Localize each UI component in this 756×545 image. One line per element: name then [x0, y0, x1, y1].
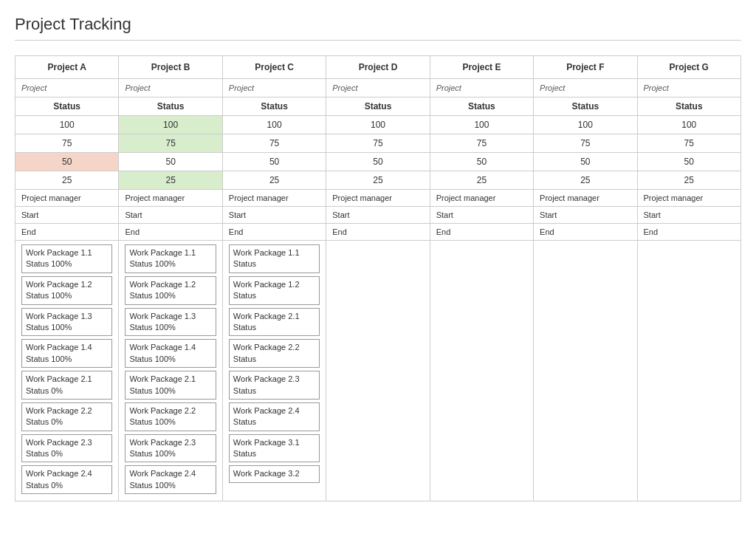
status-75-c: 75 — [222, 134, 326, 153]
wp-b-1-2: Work Package 1.2Status 100% — [125, 276, 216, 305]
pm-g: Project manager — [637, 190, 740, 207]
status-100-a: 100 — [16, 116, 119, 134]
status-hdr-e: Status — [430, 97, 533, 116]
pm-c: Project manager — [222, 190, 326, 207]
status-hdr-f: Status — [534, 97, 637, 116]
start-b: Start — [119, 207, 222, 224]
wp-c-3-1: Work Package 3.1Status — [229, 434, 320, 463]
start-row: Start Start Start Start Start Start Star… — [16, 207, 741, 224]
wp-b-1-4: Work Package 1.4Status 100% — [125, 339, 216, 368]
wp-cell-c: Work Package 1.1Status Work Package 1.2S… — [222, 241, 326, 501]
wp-b-1-1: Work Package 1.1Status 100% — [125, 244, 216, 273]
start-d: Start — [326, 207, 430, 224]
col-header-b: Project B — [119, 56, 222, 79]
project-label-d: Project — [326, 79, 430, 97]
status-25-row: 25 25 25 25 25 25 25 — [16, 171, 741, 190]
col-header-d: Project D — [326, 56, 430, 79]
pm-d: Project manager — [326, 190, 430, 207]
status-75-a: 75 — [16, 134, 119, 153]
project-label-row: Project Project Project Project Project … — [16, 79, 741, 97]
wp-c-group1: Work Package 1.1Status Work Package 1.2S… — [229, 244, 320, 305]
project-manager-row: Project manager Project manager Project … — [16, 190, 741, 207]
end-c: End — [222, 224, 326, 241]
wp-a-1-3: Work Package 1.3Status 100% — [21, 308, 112, 337]
pm-b: Project manager — [119, 190, 222, 207]
project-tracking-table: Project A Project B Project C Project D … — [15, 55, 741, 501]
wp-c-1-1: Work Package 1.1Status — [229, 244, 320, 273]
wp-cell-f — [534, 241, 637, 501]
status-25-g: 25 — [637, 171, 740, 190]
wp-cell-e — [430, 241, 533, 501]
status-100-e: 100 — [430, 116, 533, 134]
wp-a-1-1: Work Package 1.1Status 100% — [21, 244, 112, 273]
start-g: Start — [637, 207, 740, 224]
wp-c-2-4: Work Package 2.4Status — [229, 402, 320, 431]
status-25-f: 25 — [534, 171, 637, 190]
col-header-g: Project G — [637, 56, 740, 79]
wp-cell-a: Work Package 1.1Status 100% Work Package… — [16, 241, 119, 501]
wp-a-2-3: Work Package 2.3Status 0% — [21, 434, 112, 463]
status-hdr-b: Status — [119, 97, 222, 116]
wp-c-2-3: Work Package 2.3Status — [229, 371, 320, 400]
end-g: End — [637, 224, 740, 241]
start-e: Start — [430, 207, 533, 224]
status-50-f: 50 — [534, 153, 637, 171]
end-b: End — [119, 224, 222, 241]
col-header-f: Project F — [534, 56, 637, 79]
status-25-e: 25 — [430, 171, 533, 190]
wp-b-2-4: Work Package 2.4Status 100% — [125, 465, 216, 494]
status-75-e: 75 — [430, 134, 533, 153]
status-75-g: 75 — [637, 134, 740, 153]
status-hdr-c: Status — [222, 97, 326, 116]
status-header-row: Status Status Status Status Status Statu… — [16, 97, 741, 116]
end-d: End — [326, 224, 430, 241]
start-c: Start — [222, 207, 326, 224]
status-75-row: 75 75 75 75 75 75 75 — [16, 134, 741, 153]
page-title: Project Tracking — [15, 15, 741, 41]
wp-c-2-1: Work Package 2.1Status — [229, 308, 320, 337]
status-50-row: 50 50 50 50 50 50 50 — [16, 153, 741, 171]
wp-a-2-4: Work Package 2.4Status 0% — [21, 465, 112, 494]
status-hdr-d: Status — [326, 97, 430, 116]
col-header-e: Project E — [430, 56, 533, 79]
wp-a-2-2: Work Package 2.2Status 0% — [21, 402, 112, 431]
wp-c-group2: Work Package 2.1Status Work Package 2.2S… — [229, 308, 320, 431]
wp-a-group1: Work Package 1.1Status 100% Work Package… — [21, 244, 112, 368]
status-50-a: 50 — [16, 153, 119, 171]
project-label-b: Project — [119, 79, 222, 97]
wp-cell-g — [637, 241, 740, 501]
end-f: End — [534, 224, 637, 241]
wp-a-group2: Work Package 2.1Status 0% Work Package 2… — [21, 371, 112, 494]
wp-cell-b: Work Package 1.1Status 100% Work Package… — [119, 241, 222, 501]
status-50-c: 50 — [222, 153, 326, 171]
status-100-c: 100 — [222, 116, 326, 134]
status-100-f: 100 — [534, 116, 637, 134]
wp-c-1-2: Work Package 1.2Status — [229, 276, 320, 305]
status-75-b: 75 — [119, 134, 222, 153]
status-25-a: 25 — [16, 171, 119, 190]
work-packages-row: Work Package 1.1Status 100% Work Package… — [16, 241, 741, 501]
pm-e: Project manager — [430, 190, 533, 207]
end-e: End — [430, 224, 533, 241]
pm-f: Project manager — [534, 190, 637, 207]
status-50-d: 50 — [326, 153, 430, 171]
project-label-a: Project — [16, 79, 119, 97]
wp-b-2-3: Work Package 2.3Status 100% — [125, 434, 216, 463]
status-50-e: 50 — [430, 153, 533, 171]
wp-b-1-3: Work Package 1.3Status 100% — [125, 308, 216, 337]
end-a: End — [16, 224, 119, 241]
col-header-a: Project A — [16, 56, 119, 79]
col-header-c: Project C — [222, 56, 326, 79]
wp-c-2-2: Work Package 2.2Status — [229, 339, 320, 368]
wp-a-2-1: Work Package 2.1Status 0% — [21, 371, 112, 400]
status-100-g: 100 — [637, 116, 740, 134]
wp-c-group3: Work Package 3.1Status Work Package 3.2 — [229, 434, 320, 483]
status-100-b: 100 — [119, 116, 222, 134]
status-hdr-a: Status — [16, 97, 119, 116]
wp-b-group1: Work Package 1.1Status 100% Work Package… — [125, 244, 216, 368]
wp-c-3-2: Work Package 3.2 — [229, 465, 320, 482]
status-25-d: 25 — [326, 171, 430, 190]
wp-b-2-2: Work Package 2.2Status 100% — [125, 402, 216, 431]
status-50-b: 50 — [119, 153, 222, 171]
project-label-g: Project — [637, 79, 740, 97]
